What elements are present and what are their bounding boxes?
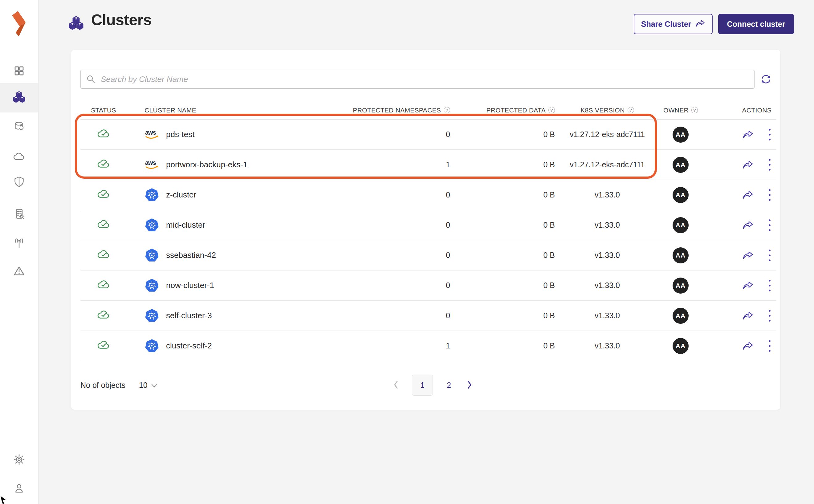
search-input[interactable] bbox=[80, 70, 755, 89]
page-button-2[interactable]: 2 bbox=[444, 381, 454, 390]
status-healthy-icon bbox=[97, 189, 110, 201]
help-icon[interactable]: ? bbox=[628, 107, 634, 113]
cluster-name-link[interactable]: portworx-backup-eks-1 bbox=[166, 160, 247, 169]
cluster-name-cell[interactable]: aws pds-test bbox=[127, 129, 364, 140]
cluster-name-link[interactable]: now-cluster-1 bbox=[166, 281, 214, 290]
sidebar-item-clusters[interactable] bbox=[0, 83, 38, 112]
share-cluster-button[interactable]: Share Cluster bbox=[634, 14, 713, 34]
portworx-logo[interactable] bbox=[12, 11, 27, 38]
owner-avatar[interactable]: AA bbox=[673, 127, 689, 143]
page-size-value: 10 bbox=[139, 381, 148, 390]
cluster-name-cell[interactable]: mid-cluster bbox=[127, 218, 364, 232]
kubernetes-provider-icon bbox=[144, 218, 159, 232]
cluster-name-cell[interactable]: cluster-self-2 bbox=[127, 339, 364, 353]
owner-avatar[interactable]: AA bbox=[673, 308, 689, 324]
owner-cell: AA bbox=[660, 308, 712, 324]
cluster-name-link[interactable]: pds-test bbox=[166, 130, 195, 139]
row-menu-kebab-button[interactable] bbox=[768, 158, 771, 172]
protected-data-cell: 0 B bbox=[450, 311, 555, 320]
table-row[interactable]: self-cluster-3 0 0 B v1.33.0 AA bbox=[80, 301, 776, 331]
cluster-name-link[interactable]: mid-cluster bbox=[166, 220, 205, 230]
cluster-status-cell bbox=[80, 280, 127, 291]
share-row-button[interactable] bbox=[742, 341, 754, 350]
row-menu-kebab-button[interactable] bbox=[768, 339, 771, 353]
owner-avatar[interactable]: AA bbox=[673, 157, 689, 173]
sidebar-item-settings[interactable] bbox=[0, 445, 38, 475]
owner-avatar[interactable]: AA bbox=[673, 247, 689, 263]
share-row-button[interactable] bbox=[742, 311, 754, 320]
owner-cell: AA bbox=[660, 247, 712, 263]
protected-namespaces-cell: 0 bbox=[364, 311, 450, 320]
cluster-name-cell[interactable]: self-cluster-3 bbox=[127, 309, 364, 323]
page-button-1[interactable]: 1 bbox=[412, 375, 433, 396]
table-row[interactable]: cluster-self-2 1 0 B v1.33.0 AA bbox=[80, 331, 776, 361]
refresh-button[interactable] bbox=[755, 70, 777, 89]
k8s-version-cell: v1.27.12-eks-adc7111 bbox=[555, 160, 660, 169]
row-menu-kebab-button[interactable] bbox=[768, 218, 771, 232]
column-header-k8s-version[interactable]: K8S VERSION ? bbox=[555, 107, 660, 114]
column-header-status[interactable]: STATUS bbox=[80, 107, 127, 114]
share-row-button[interactable] bbox=[742, 221, 754, 230]
sidebar-item-profile[interactable] bbox=[0, 474, 38, 504]
share-row-button[interactable] bbox=[742, 190, 754, 199]
column-header-owner[interactable]: OWNER ? bbox=[660, 107, 712, 114]
status-healthy-icon bbox=[97, 340, 110, 352]
settings-gear-icon bbox=[13, 453, 25, 467]
share-row-button[interactable] bbox=[742, 251, 754, 260]
k8s-version-cell: v1.27.12-eks-adc7111 bbox=[555, 130, 660, 139]
sidebar-item-policies[interactable] bbox=[0, 200, 38, 230]
cluster-name-cell[interactable]: now-cluster-1 bbox=[127, 278, 364, 292]
row-menu-kebab-button[interactable] bbox=[768, 249, 771, 262]
sidebar-item-backups[interactable] bbox=[0, 113, 38, 142]
cluster-name-link[interactable]: self-cluster-3 bbox=[166, 311, 212, 320]
sidebar-item-dashboard[interactable] bbox=[0, 57, 38, 86]
k8s-version-cell: v1.33.0 bbox=[555, 341, 660, 350]
column-header-cluster-name[interactable]: CLUSTER NAME bbox=[127, 107, 364, 114]
actions-cell bbox=[712, 249, 776, 262]
column-header-actions: ACTIONS bbox=[712, 107, 776, 114]
table-row[interactable]: aws portworx-backup-eks-1 1 0 B v1.27.12… bbox=[80, 150, 776, 180]
owner-avatar[interactable]: AA bbox=[673, 217, 689, 233]
help-icon[interactable]: ? bbox=[548, 107, 555, 113]
owner-avatar[interactable]: AA bbox=[673, 187, 689, 203]
status-healthy-icon bbox=[97, 310, 110, 322]
help-icon[interactable]: ? bbox=[444, 107, 450, 113]
sidebar-item-activity[interactable] bbox=[0, 229, 38, 259]
table-row[interactable]: mid-cluster 0 0 B v1.33.0 AA bbox=[80, 210, 776, 240]
row-menu-kebab-button[interactable] bbox=[768, 128, 771, 141]
share-row-button[interactable] bbox=[742, 281, 754, 290]
page-size-select[interactable]: 10 bbox=[139, 381, 157, 390]
table-row[interactable]: now-cluster-1 0 0 B v1.33.0 AA bbox=[80, 270, 776, 301]
share-row-button[interactable] bbox=[742, 130, 754, 139]
cluster-name-cell[interactable]: z-cluster bbox=[127, 188, 364, 202]
chevron-left-icon bbox=[393, 380, 399, 390]
column-header-protected-namespaces[interactable]: PROTECTED NAMESPACES ? bbox=[364, 107, 450, 114]
row-menu-kebab-button[interactable] bbox=[768, 188, 771, 202]
search-row bbox=[80, 70, 777, 89]
column-header-protected-data[interactable]: PROTECTED DATA ? bbox=[450, 107, 555, 114]
cluster-name-link[interactable]: z-cluster bbox=[166, 190, 196, 200]
connect-cluster-label: Connect cluster bbox=[727, 20, 785, 29]
cluster-name-cell[interactable]: aws portworx-backup-eks-1 bbox=[127, 160, 364, 170]
table-row[interactable]: aws pds-test 0 0 B v1.27.12-eks-adc7111 … bbox=[80, 120, 776, 150]
next-page-button[interactable] bbox=[465, 380, 474, 390]
table-row[interactable]: ssebastian-42 0 0 B v1.33.0 AA bbox=[80, 240, 776, 270]
table-row[interactable]: z-cluster 0 0 B v1.33.0 AA bbox=[80, 180, 776, 210]
cluster-name-cell[interactable]: ssebastian-42 bbox=[127, 248, 364, 262]
connect-cluster-button[interactable]: Connect cluster bbox=[718, 14, 794, 34]
alerts-warning-icon bbox=[13, 265, 25, 278]
row-menu-kebab-button[interactable] bbox=[768, 279, 771, 292]
row-menu-kebab-button[interactable] bbox=[768, 309, 771, 323]
owner-avatar[interactable]: AA bbox=[673, 338, 689, 354]
kubernetes-provider-icon bbox=[144, 278, 159, 292]
share-row-button[interactable] bbox=[742, 160, 754, 169]
cluster-name-link[interactable]: cluster-self-2 bbox=[166, 341, 212, 351]
owner-avatar[interactable]: AA bbox=[673, 278, 689, 294]
sidebar-item-alerts[interactable] bbox=[0, 257, 38, 287]
svg-text:aws: aws bbox=[145, 160, 156, 166]
objects-count-label: No of objects bbox=[80, 381, 125, 390]
cluster-name-link[interactable]: ssebastian-42 bbox=[166, 250, 216, 260]
sidebar-item-security[interactable] bbox=[0, 168, 38, 197]
help-icon[interactable]: ? bbox=[691, 107, 698, 113]
previous-page-button[interactable] bbox=[391, 380, 401, 390]
